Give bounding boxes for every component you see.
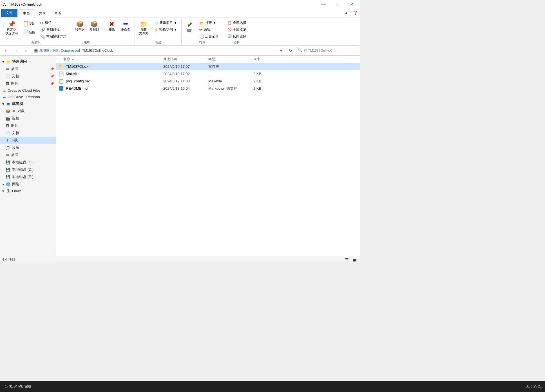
ribbon-group-action: ✖ 删除 ✏ 重命名	[103, 19, 135, 45]
file-row-readme[interactable]: 📘 README.md 2024/5/13 16:04 Markdown 源文件…	[56, 85, 360, 92]
sidebar-item-pictures2[interactable]: 🖼 图片	[0, 122, 56, 129]
ribbon-collapse-button[interactable]: ▲	[342, 9, 350, 16]
file-row-tm1637clock[interactable]: 📁 TM1637Clock 2024/9/10 17:07 文件夹	[56, 63, 360, 70]
copy-to-button[interactable]: 📦 复制到	[88, 20, 101, 33]
folder-icon: 📁	[59, 64, 64, 69]
sidebar-item-desktop2[interactable]: 🖥 桌面	[0, 151, 56, 159]
search-box[interactable]: 🔍	[296, 47, 358, 54]
desktop2-label: 桌面	[11, 152, 18, 157]
tab-share[interactable]: 共享	[34, 9, 50, 17]
new-item-button[interactable]: 📄 新建项目 ▼	[151, 20, 179, 26]
file-name-tm1637clock: 📁 TM1637Clock	[56, 64, 163, 69]
copy-button[interactable]: 📋 复制	[21, 20, 37, 28]
sidebar-section-creative-cloud[interactable]: ☁ Creative Cloud Files	[0, 87, 56, 94]
file-name-readme: 📘 README.md	[56, 86, 163, 91]
column-headers: 名称 ▲ 修改日期 类型 大小	[56, 56, 360, 63]
list-view-button[interactable]: ☰	[343, 257, 350, 262]
close-button[interactable]: ✕	[345, 0, 358, 9]
cut-button[interactable]: ✂ 剪切	[38, 20, 68, 26]
col-size-header[interactable]: 大小	[253, 57, 276, 62]
videos-icon: 🎬	[6, 116, 10, 121]
pictures2-label: 图片	[11, 123, 18, 128]
clipboard-label: 剪贴板	[31, 40, 41, 44]
organize-content: 📦 移动到 📦 复制到	[73, 19, 101, 40]
history-button[interactable]: 🕐 历史记录	[197, 33, 221, 40]
window-title: TM1637OnlineClock	[9, 2, 42, 6]
organize-label: 组织	[84, 40, 90, 44]
pin-indicator-pic: 📌	[50, 82, 54, 85]
ribbon-help-button[interactable]: ❓	[351, 9, 359, 16]
cut-icon: ✂	[40, 21, 44, 25]
clipboard-content: 📌 固定到快速访问 📋 复制 📄 粘贴 ✂ 剪切 🔗	[3, 19, 68, 40]
invert-select-button[interactable]: 🔄 反向选择	[225, 33, 248, 40]
new-folder-button[interactable]: 📁 新建文件夹	[137, 20, 150, 37]
col-name-header[interactable]: 名称 ▲	[56, 57, 163, 62]
back-button[interactable]: ←	[2, 47, 10, 54]
sidebar-item-documents[interactable]: 📄 文档 📌	[0, 73, 56, 80]
up-button[interactable]: ↑	[21, 47, 29, 54]
minimize-button[interactable]: —	[317, 0, 330, 9]
forward-button[interactable]: →	[12, 47, 20, 54]
sidebar-item-videos[interactable]: 🎬 视频	[0, 115, 56, 122]
sidebar-item-3d[interactable]: 📦 3D 对象	[0, 107, 56, 115]
this-pc-icon: 💻	[6, 102, 10, 106]
tab-home[interactable]: 主页	[19, 9, 34, 17]
maximize-button[interactable]: □	[331, 0, 344, 9]
sidebar-item-drive-c[interactable]: 💾 本地磁盘 (C:)	[0, 159, 56, 166]
select-all-button[interactable]: 📋 全部选择	[225, 20, 248, 26]
title-bar-controls: — □ ✕	[317, 0, 358, 9]
pictures2-icon: 🖼	[6, 124, 9, 128]
new-items-col: 📄 新建项目 ▼ ⚡ 轻松访问 ▼	[151, 20, 179, 33]
sidebar-item-downloads[interactable]: ⬇ 下载	[0, 137, 56, 144]
sidebar-item-pictures[interactable]: 🖼 图片 📌	[0, 80, 56, 87]
refresh-button[interactable]: ↻	[287, 47, 294, 54]
detail-view-button[interactable]: ▦	[351, 257, 358, 262]
sidebar-item-drive-e[interactable]: 💾 本地磁盘 (E:)	[0, 173, 56, 181]
3d-icon: 📦	[6, 109, 10, 113]
copy-icon: 📋	[23, 21, 29, 26]
select-none-button[interactable]: 🚫 全部取消	[225, 26, 248, 33]
rename-button[interactable]: ✏ 重命名	[119, 20, 132, 33]
move-to-button[interactable]: 📦 移动到	[73, 20, 86, 33]
easy-access-button[interactable]: ⚡ 轻松访问 ▼	[151, 26, 179, 33]
paste-button[interactable]: 📄 粘贴	[21, 28, 37, 37]
file-type-tm1637clock: 文件夹	[208, 64, 253, 69]
pin-button[interactable]: 📌 固定到快速访问	[3, 20, 20, 37]
sidebar-item-desktop[interactable]: 🖥 桌面 📌	[0, 65, 56, 73]
sidebar-item-drive-d[interactable]: 💾 本地磁盘 (D:)	[0, 166, 56, 173]
open-button[interactable]: 📂 打开 ▼	[197, 20, 221, 26]
copy-path-button[interactable]: 🔗 复制路径	[38, 26, 68, 33]
col-date-header[interactable]: 修改日期	[163, 57, 208, 62]
sidebar-item-music[interactable]: 🎵 音乐	[0, 144, 56, 151]
downloads-icon: ⬇	[6, 138, 9, 143]
path-compressed[interactable]: Compressed	[61, 49, 80, 53]
sidebar-item-documents2[interactable]: 📄 文档	[0, 129, 56, 137]
search-input[interactable]	[304, 49, 356, 53]
sidebar-section-quick-access[interactable]: ▾ ⭐ 快速访问	[0, 58, 56, 65]
path-this-pc[interactable]: 此电脑	[39, 48, 50, 53]
status-right: ☰ ▦	[343, 257, 358, 262]
chevron-linux-icon: ▾	[2, 189, 4, 193]
file-row-makefile[interactable]: 📄 Makefile 2024/9/10 17:02 . 2 KB	[56, 70, 360, 78]
properties-button[interactable]: ✔ 属性	[184, 20, 196, 34]
col-type-header[interactable]: 类型	[208, 57, 253, 62]
copy-path-icon: 🔗	[40, 28, 45, 32]
path-downloads[interactable]: 下载	[52, 48, 59, 53]
file-list: 📁 TM1637Clock 2024/9/10 17:07 文件夹 📄 Make…	[56, 63, 360, 256]
file-date-makefile: 2024/9/10 17:02	[163, 72, 208, 76]
file-row-proj-config[interactable]: 📋 proj_config.mk 2024/5/19 11:03 Makefil…	[56, 78, 360, 85]
onedrive-icon: ☁	[2, 95, 6, 99]
sidebar-section-network[interactable]: ▾ 🌐 网络	[0, 181, 56, 188]
address-path[interactable]: 💻 此电脑 › 下载 › Compressed › TM1637OnlineCl…	[31, 47, 275, 54]
tab-view[interactable]: 查看	[50, 9, 66, 17]
delete-button[interactable]: ✖ 删除	[106, 20, 118, 33]
sidebar-section-linux[interactable]: ▾ 🐧 Linux	[0, 188, 56, 194]
sidebar-section-this-pc[interactable]: ▾ 💻 此电脑	[0, 100, 56, 107]
sidebar-section-onedrive[interactable]: ☁ OneDrive - Persona	[0, 94, 56, 100]
path-dropdown-button[interactable]: ▾	[277, 47, 285, 54]
edit-button[interactable]: ✏ 编辑	[197, 26, 221, 33]
paste-shortcut-button[interactable]: 📎 粘贴快捷方式	[38, 33, 68, 40]
tab-file[interactable]: 文件	[1, 9, 17, 17]
new-folder-icon: 📁	[140, 21, 148, 27]
onedrive-label: OneDrive - Persona	[8, 95, 40, 99]
